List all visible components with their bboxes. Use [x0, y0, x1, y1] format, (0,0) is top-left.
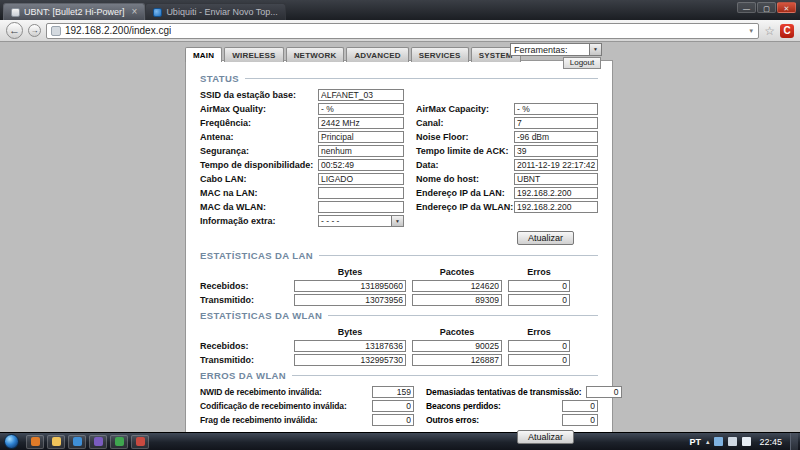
minimize-button[interactable]: —: [737, 2, 756, 13]
antenna-field[interactable]: [318, 131, 404, 143]
extra-info-label: Informação extra:: [200, 216, 318, 226]
bookmark-star-icon[interactable]: ☆: [764, 24, 775, 38]
errors-column-header: Erros: [508, 327, 570, 337]
lan-rx-bytes-field[interactable]: [294, 280, 406, 292]
page-background: MAIN WIRELESS NETWORK ADVANCED SERVICES …: [0, 42, 800, 432]
window-controls: — ▢ ✕: [737, 2, 796, 13]
tools-dropdown-value: Ferramentas:: [514, 45, 568, 55]
hidden-icons-arrow-icon[interactable]: ▴: [706, 438, 710, 446]
address-bar[interactable]: 192.168.2.200/index.cgi ▼: [46, 23, 759, 39]
airmax-capacity-field[interactable]: [514, 103, 598, 115]
wlan-tx-packets-field[interactable]: [412, 354, 502, 366]
tab-advanced[interactable]: ADVANCED: [346, 47, 408, 62]
lan-tx-bytes-field[interactable]: [294, 294, 406, 306]
tab-services[interactable]: SERVICES: [411, 47, 469, 62]
network-icon[interactable]: [728, 437, 737, 446]
lan-stats-header: Bytes Pacotes Erros: [200, 265, 598, 278]
channel-field[interactable]: [514, 117, 598, 129]
tab-close-icon[interactable]: ×: [132, 7, 138, 17]
tools-dropdown[interactable]: Ferramentas: ▼: [510, 43, 602, 56]
clock[interactable]: 22:45: [756, 437, 785, 447]
airos-nav-tabs: MAIN WIRELESS NETWORK ADVANCED SERVICES …: [185, 47, 521, 62]
lan-ip-field[interactable]: [514, 187, 598, 199]
taskbar-app-icon[interactable]: [131, 435, 149, 449]
url-dropdown-icon[interactable]: ▼: [748, 28, 754, 34]
extension-icon[interactable]: C: [780, 24, 794, 38]
rx-crypt-invalid-field[interactable]: [372, 400, 414, 412]
field-row: Freqüência: Canal:: [200, 116, 598, 130]
taskbar-app-icon[interactable]: [26, 435, 44, 449]
ubiquiti-favicon-icon: [153, 8, 162, 17]
close-button[interactable]: ✕: [777, 2, 796, 13]
wlan-rx-errors-field[interactable]: [508, 340, 570, 352]
wlan-rx-packets-field[interactable]: [412, 340, 502, 352]
browser-tab-ubnt[interactable]: UBNT: [Bullet2 Hi-Power] ×: [3, 3, 145, 20]
logout-button[interactable]: Logout: [563, 57, 601, 69]
wlan-rx-bytes-field[interactable]: [294, 340, 406, 352]
nwid-invalid-field[interactable]: [372, 386, 414, 398]
volume-icon[interactable]: [742, 437, 751, 446]
browser-tab-ubiquiti[interactable]: Ubiquiti - Enviar Novo Top...: [145, 3, 285, 20]
lan-rx-packets-field[interactable]: [412, 280, 502, 292]
noise-floor-field[interactable]: [514, 131, 598, 143]
wlan-ip-field[interactable]: [514, 201, 598, 213]
start-button[interactable]: [4, 434, 19, 449]
extra-info-value: - - - -: [321, 216, 339, 226]
hostname-field[interactable]: [514, 173, 598, 185]
date-field[interactable]: [514, 159, 598, 171]
antenna-label: Antena:: [200, 132, 318, 142]
wlan-mac-field[interactable]: [318, 201, 404, 213]
tab-main[interactable]: MAIN: [185, 47, 222, 62]
wlan-tx-bytes-field[interactable]: [294, 354, 406, 366]
taskbar-app-icon[interactable]: [47, 435, 65, 449]
lan-rx-errors-field[interactable]: [508, 280, 570, 292]
ack-timeout-label: Tempo limite de ACK:: [404, 146, 514, 156]
tx-retries-field[interactable]: [586, 386, 622, 398]
received-label: Recebidos:: [200, 281, 288, 291]
tab-wireless[interactable]: WIRELESS: [224, 47, 283, 62]
uptime-field[interactable]: [318, 159, 404, 171]
media-player-icon: [73, 437, 82, 446]
wlan-mac-label: MAC da WLAN:: [200, 202, 318, 212]
lan-tx-errors-field[interactable]: [508, 294, 570, 306]
ssid-label: SSID da estação base:: [200, 90, 318, 100]
bytes-column-header: Bytes: [294, 267, 406, 277]
taskbar-app-icon[interactable]: [89, 435, 107, 449]
action-center-icon[interactable]: [714, 437, 723, 446]
refresh-button[interactable]: Atualizar: [517, 231, 574, 245]
refresh-button[interactable]: Atualizar: [517, 430, 574, 444]
noise-floor-label: Noise Floor:: [404, 132, 514, 142]
forward-button[interactable]: →: [28, 24, 41, 37]
language-indicator[interactable]: PT: [689, 437, 701, 447]
maximize-button[interactable]: ▢: [757, 2, 776, 13]
extra-info-dropdown[interactable]: - - - - ▼: [318, 215, 404, 227]
back-button[interactable]: ←: [6, 22, 23, 39]
missed-beacons-field[interactable]: [562, 400, 598, 412]
airmax-quality-field[interactable]: [318, 103, 404, 115]
rx-frag-invalid-field[interactable]: [372, 414, 414, 426]
field-row: Informação extra: - - - - ▼: [200, 214, 598, 228]
transmitted-label: Transmitido:: [200, 295, 288, 305]
field-row: Tempo de disponibilidade: Data:: [200, 158, 598, 172]
taskbar-app-icon[interactable]: [68, 435, 86, 449]
field-row: SSID da estação base:: [200, 88, 598, 102]
browser-titlebar: UBNT: [Bullet2 Hi-Power] × Ubiquiti - En…: [0, 0, 800, 20]
wlan-tx-errors-field[interactable]: [508, 354, 570, 366]
taskbar-app-icon[interactable]: [110, 435, 128, 449]
lan-cable-field[interactable]: [318, 173, 404, 185]
ubnt-favicon-icon: [11, 8, 20, 17]
security-field[interactable]: [318, 145, 404, 157]
browser-navbar: ← → 192.168.2.200/index.cgi ▼ ☆ C: [0, 20, 800, 42]
lan-mac-field[interactable]: [318, 187, 404, 199]
other-errors-field[interactable]: [562, 414, 598, 426]
browser-icon: [31, 437, 40, 446]
field-row: Codificação de recebimento inválida: Bea…: [200, 399, 598, 413]
ssid-field[interactable]: [318, 89, 404, 101]
lan-tx-packets-field[interactable]: [412, 294, 502, 306]
ack-timeout-field[interactable]: [514, 145, 598, 157]
tab-network[interactable]: NETWORK: [286, 47, 345, 62]
rx-frag-invalid-label: Frag de recebimento inválida:: [200, 415, 368, 425]
received-label: Recebidos:: [200, 341, 288, 351]
frequency-field[interactable]: [318, 117, 404, 129]
show-desktop-button[interactable]: [790, 433, 798, 450]
